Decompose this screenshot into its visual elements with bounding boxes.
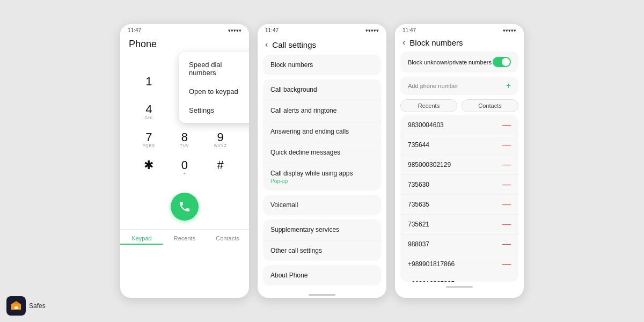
back-arrow-2[interactable]: ‹: [265, 40, 268, 49]
status-icons-2: ▾▾▾▾▾: [365, 28, 379, 33]
block-unknown-toggle[interactable]: [493, 57, 511, 67]
scroll-bar-2: [309, 294, 335, 296]
time-1: 11:47: [128, 27, 141, 33]
remove-btn-0[interactable]: —: [502, 120, 511, 130]
remove-btn-8[interactable]: —: [502, 279, 511, 282]
remove-btn-3[interactable]: —: [502, 180, 511, 189]
safes-logo: Safes: [6, 296, 46, 316]
call-alerts-item[interactable]: Call alerts and ringtone: [263, 100, 381, 121]
back-arrow-3[interactable]: ‹: [402, 38, 405, 47]
call-display-item[interactable]: Call display while using apps Pop-up: [263, 163, 381, 191]
card-supplementary: Supplementary services Other call settin…: [263, 219, 381, 261]
add-phone-input[interactable]: [408, 83, 482, 89]
scroll-bar-3: [446, 286, 473, 288]
call-button[interactable]: [171, 193, 199, 221]
block-unknown-label: Block unknown/private numbers: [408, 59, 492, 65]
remove-btn-4[interactable]: —: [502, 200, 511, 209]
blocked-item-3: 735630 —: [400, 175, 518, 195]
call-settings-title: Call settings: [272, 40, 316, 49]
card-call-options: Call background Call alerts and ringtone…: [263, 79, 381, 191]
key-4[interactable]: 4GHI: [131, 98, 167, 126]
dropdown-speed-dial[interactable]: Speed dial numbers: [179, 55, 249, 82]
status-icons-1: ▾▾▾▾▾: [228, 28, 241, 33]
svg-rect-2: [14, 306, 18, 309]
status-bar-3: 11:47 ▾▾▾▾▾: [395, 24, 524, 35]
key-hash[interactable]: #: [202, 154, 238, 182]
blocked-item-0: 9830004603 —: [400, 115, 518, 135]
about-phone-item[interactable]: About Phone: [263, 265, 381, 286]
phone-title: Phone: [120, 35, 249, 54]
scroll-indicator-2: [258, 290, 386, 297]
contacts-btn[interactable]: Contacts: [462, 99, 518, 112]
status-bar-1: 11:47 ▾▾▾▾▾: [120, 24, 249, 35]
recents-contacts-row: Recents Contacts: [400, 99, 518, 112]
key-9[interactable]: 9WXYZ: [202, 126, 238, 154]
dropdown-open-keypad[interactable]: Open to keypad: [179, 82, 249, 101]
blocked-item-1: 735644 —: [400, 135, 518, 155]
remove-btn-7[interactable]: —: [502, 259, 511, 269]
blocked-item-6: 988037 —: [400, 235, 518, 254]
block-toggle-row: Block unknown/private numbers: [400, 52, 518, 72]
answering-ending-item[interactable]: Answering and ending calls: [263, 121, 381, 142]
key-1[interactable]: 1: [131, 70, 167, 98]
blocked-item-8: +989012865235 —: [400, 274, 518, 282]
bottom-tabs: Keypad Recents Contacts: [120, 229, 249, 247]
recents-btn[interactable]: Recents: [400, 99, 457, 112]
blocked-numbers-list: 9830004603 — 735644 — 985000302129 — 735…: [400, 115, 518, 282]
blocked-item-7: +989901817866 —: [400, 254, 518, 274]
plus-icon[interactable]: +: [506, 81, 511, 91]
quick-decline-item[interactable]: Quick decline messages: [263, 142, 381, 163]
safes-icon: [6, 296, 26, 316]
remove-btn-2[interactable]: —: [502, 160, 511, 170]
tab-recents[interactable]: Recents: [163, 233, 206, 245]
card-voicemail: Voicemail: [263, 195, 381, 215]
scroll-indicator-3: [395, 282, 524, 289]
remove-btn-1[interactable]: —: [502, 140, 511, 150]
voicemail-item[interactable]: Voicemail: [263, 195, 381, 215]
phone-icon: [178, 200, 191, 213]
card-about: About Phone: [263, 265, 381, 286]
time-3: 11:47: [402, 27, 416, 33]
key-8[interactable]: 8TUV: [167, 126, 203, 154]
screen-call-settings: 11:47 ▾▾▾▾▾ ‹ Call settings Block number…: [258, 24, 386, 298]
safes-logo-icon: [10, 300, 22, 312]
block-numbers-header: ‹ Block numbers: [395, 35, 524, 52]
remove-btn-5[interactable]: —: [502, 219, 511, 229]
blocked-item-5: 735621 —: [400, 215, 518, 235]
blocked-item-4: 735635 —: [400, 195, 518, 215]
supplementary-services-item[interactable]: Supplementary services: [263, 219, 381, 240]
status-icons-3: ▾▾▾▾▾: [503, 28, 516, 33]
block-numbers-title: Block numbers: [409, 38, 463, 47]
remove-btn-6[interactable]: —: [502, 239, 511, 249]
dropdown-settings[interactable]: Settings: [179, 101, 249, 120]
tab-keypad[interactable]: Keypad: [120, 233, 163, 245]
other-call-settings-item[interactable]: Other call settings: [263, 240, 381, 261]
call-btn-row: [120, 187, 249, 229]
call-background-item[interactable]: Call background: [263, 79, 381, 100]
add-phone-row: +: [400, 77, 518, 95]
card-block-numbers: Block numbers: [263, 55, 381, 75]
key-7[interactable]: 7PQRS: [131, 126, 167, 154]
key-star[interactable]: ✱: [131, 154, 167, 182]
dropdown-menu: Speed dial numbers Open to keypad Settin…: [179, 52, 249, 123]
time-2: 11:47: [265, 27, 279, 33]
tab-contacts[interactable]: Contacts: [206, 233, 249, 245]
blocked-item-2: 985000302129 —: [400, 155, 518, 175]
call-settings-header: ‹ Call settings: [258, 35, 386, 55]
block-numbers-item[interactable]: Block numbers: [263, 55, 381, 75]
screen-phone: 11:47 ▾▾▾▾▾ Phone Speed dial numbers Ope…: [120, 24, 249, 298]
screen-block-numbers: 11:47 ▾▾▾▾▾ ‹ Block numbers Block unknow…: [395, 24, 524, 298]
key-0[interactable]: 0+: [167, 154, 203, 182]
status-bar-2: 11:47 ▾▾▾▾▾: [258, 24, 386, 35]
safes-label: Safes: [29, 302, 46, 310]
